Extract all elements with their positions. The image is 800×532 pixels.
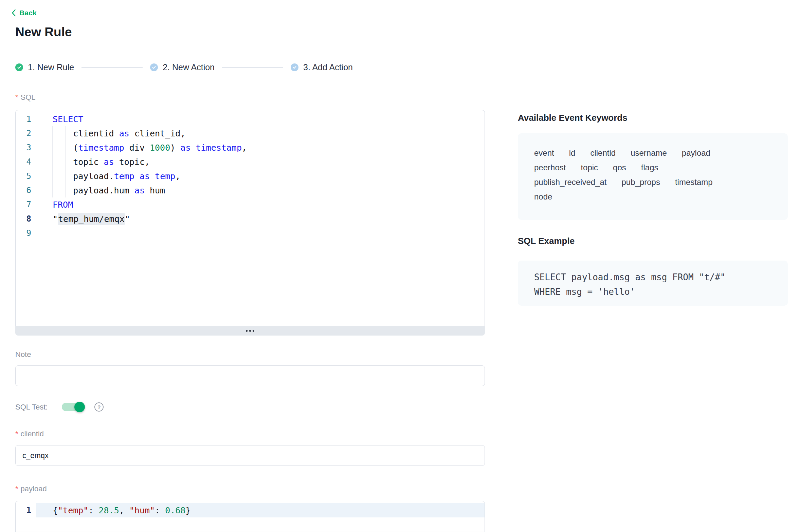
line-number: 1 [16,114,31,124]
editor-resize-handle[interactable] [15,326,485,336]
resize-dots-icon [246,330,248,332]
keywords-panel-title: Available Event Keywords [518,113,628,123]
sql-example-title: SQL Example [518,236,575,246]
line-number: 9 [16,228,31,238]
step-connector [81,67,143,68]
code-line: 3 (timestamp div 1000) as timestamp, [16,140,485,155]
required-marker: * [15,93,18,101]
check-circle-icon [150,63,158,71]
code-line: 8"temp_hum/emqx" [16,212,485,226]
check-circle-icon [15,63,23,71]
chevron-left-icon [11,9,16,17]
step-new-action[interactable]: 2. New Action [150,62,215,72]
code-line: 4 topic as topic, [16,155,485,169]
stepper: 1. New Rule 2. New Action 3. Add Action [15,62,353,72]
back-link[interactable]: Back [11,9,37,17]
required-marker: * [15,430,18,438]
keyword-item: topic [581,163,598,172]
keyword-item: flags [641,163,658,172]
line-number: 6 [16,186,31,195]
clientid-field-label: *clientid [15,430,44,438]
line-number: 4 [16,157,31,167]
sql-test-label: SQL Test: [15,403,48,412]
keyword-item: id [569,148,576,158]
code-line: 1{"temp": 28.5, "hum": 0.68} [16,503,485,517]
code-text: clientid as client_id, [31,129,185,138]
sql-example-box: SELECT payload.msg as msg FROM "t/#"WHER… [518,261,788,306]
step-add-action[interactable]: 3. Add Action [291,62,353,72]
code-line: 1SELECT [16,112,485,126]
check-circle-icon [291,63,298,71]
step-label: 2. New Action [163,62,215,72]
keyword-item: username [631,148,667,158]
step-label: 1. New Rule [28,62,74,72]
keyword-item: payload [682,148,710,158]
code-text: {"temp": 28.5, "hum": 0.68} [36,503,485,517]
sql-test-row: SQL Test: ? [15,402,104,412]
keyword-item: publish_received_at [534,177,606,187]
line-number: 7 [16,200,31,209]
code-text: FROM [31,200,73,210]
line-number: 8 [16,214,31,224]
help-icon[interactable]: ? [94,402,104,412]
toggle-knob [74,402,85,412]
sql-test-toggle[interactable] [62,403,84,411]
back-label: Back [19,9,37,17]
keyword-item: timestamp [675,177,713,187]
keyword-item: qos [613,163,626,172]
line-number: 1 [16,506,31,515]
code-text: payload.temp as temp, [31,171,180,181]
step-label: 3. Add Action [303,62,353,72]
keyword-item: peerhost [534,163,566,172]
keyword-item: clientid [590,148,616,158]
code-text: (timestamp div 1000) as timestamp, [31,143,247,153]
note-input[interactable] [15,365,485,386]
required-marker: * [15,484,18,493]
code-line: 9 [16,226,485,240]
code-text: payload.hum as hum [31,186,165,195]
indent-guide [65,126,66,197]
page-title: New Rule [15,25,72,39]
indent-guide [52,126,53,197]
payload-field-label: *payload [15,484,47,493]
sql-field-label: *SQL [15,93,36,102]
keyword-item: event [534,148,554,158]
keyword-item: node [534,192,552,202]
line-number: 2 [16,129,31,138]
line-number: 3 [16,143,31,152]
code-line: 5 payload.temp as temp, [16,169,485,183]
note-field-label: Note [15,350,31,359]
step-new-rule[interactable]: 1. New Rule [15,62,74,72]
line-number: 5 [16,171,31,181]
code-line: 6 payload.hum as hum [16,183,485,197]
step-connector [222,67,283,68]
sql-example-line: SELECT payload.msg as msg FROM "t/#" [534,270,781,285]
new-rule-page: Back New Rule 1. New Rule 2. New Action … [0,0,800,532]
keyword-item: pub_props [621,177,660,187]
code-text: topic as topic, [31,157,150,167]
event-keywords-box: eventidclientidusernamepayloadpeerhostto… [518,133,788,220]
payload-code-editor[interactable]: 1{"temp": 28.5, "hum": 0.68} [15,501,485,532]
code-text: SELECT [31,114,83,124]
clientid-input[interactable] [15,445,485,466]
code-text: "temp_hum/emqx" [31,214,130,224]
code-line: 7FROM [16,197,485,212]
sql-code-editor[interactable]: 1SELECT2 clientid as client_id,3 (timest… [15,110,485,326]
code-line: 2 clientid as client_id, [16,126,485,140]
sql-example-line: WHERE msg = 'hello' [534,285,781,299]
